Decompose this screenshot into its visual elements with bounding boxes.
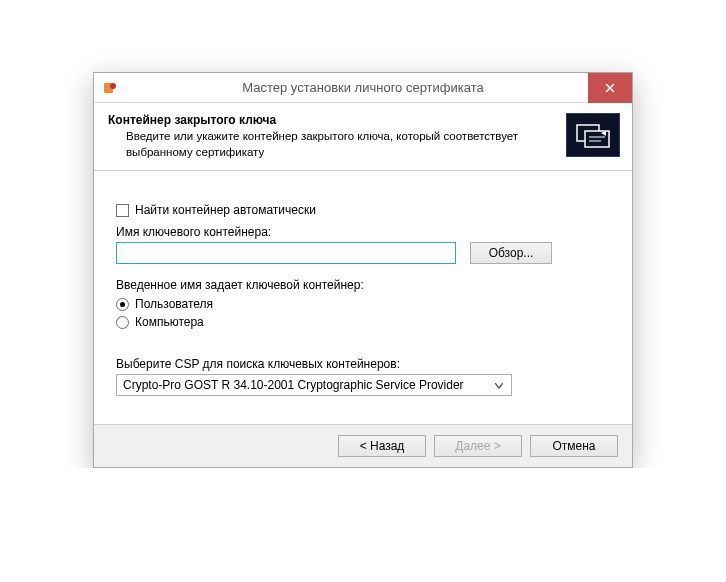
header-title: Контейнер закрытого ключа (108, 113, 560, 127)
scope-radio-user[interactable]: Пользователя (116, 295, 610, 313)
auto-find-checkbox-row[interactable]: Найти контейнер автоматически (116, 203, 610, 217)
auto-find-label: Найти контейнер автоматически (135, 203, 316, 217)
next-button: Далее > (434, 435, 522, 457)
wizard-window: Мастер установки личного сертификата Кон… (93, 72, 633, 468)
wizard-footer: < Назад Далее > Отмена (94, 424, 632, 467)
csp-select[interactable]: Crypto-Pro GOST R 34.10-2001 Cryptograph… (116, 374, 512, 396)
close-icon (605, 83, 615, 93)
browse-button[interactable]: Обзор... (470, 242, 552, 264)
back-button[interactable]: < Назад (338, 435, 426, 457)
wizard-header: Контейнер закрытого ключа Введите или ук… (94, 103, 632, 171)
container-name-label: Имя ключевого контейнера: (116, 225, 610, 239)
close-button[interactable] (588, 73, 632, 103)
scope-title: Введенное имя задает ключевой контейнер: (116, 278, 610, 292)
auto-find-checkbox[interactable] (116, 204, 129, 217)
scope-radio-computer[interactable]: Компьютера (116, 313, 610, 331)
csp-title: Выберите CSP для поиска ключевых контейн… (116, 357, 610, 371)
container-name-input[interactable] (116, 242, 456, 264)
app-icon (102, 80, 118, 96)
chevron-down-icon (491, 378, 507, 392)
header-subtitle: Введите или укажите контейнер закрытого … (108, 129, 560, 160)
svg-point-1 (110, 83, 116, 89)
radio-icon (116, 298, 129, 311)
cancel-button[interactable]: Отмена (530, 435, 618, 457)
titlebar: Мастер установки личного сертификата (94, 73, 632, 103)
radio-icon (116, 316, 129, 329)
csp-selected-value: Crypto-Pro GOST R 34.10-2001 Cryptograph… (123, 378, 464, 392)
window-title: Мастер установки личного сертификата (94, 80, 632, 95)
wizard-body: Найти контейнер автоматически Имя ключев… (94, 171, 632, 424)
header-illustration (566, 113, 620, 157)
